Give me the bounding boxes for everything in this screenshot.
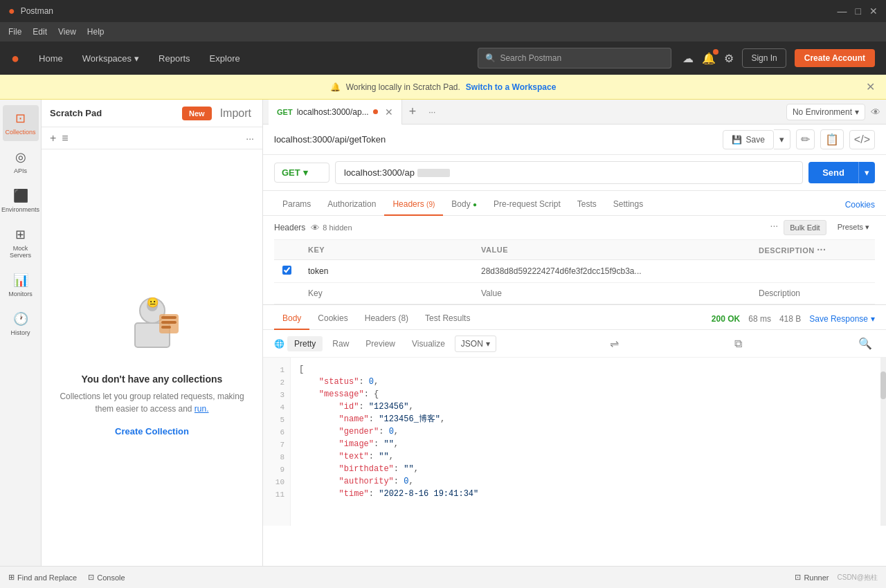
nav-reports[interactable]: Reports: [150, 49, 199, 68]
environment-selector[interactable]: No Environment ▾: [786, 104, 865, 120]
close-button[interactable]: ✕: [869, 6, 878, 17]
save-button[interactable]: 💾 Save: [723, 130, 774, 149]
env-eye-icon[interactable]: 👁: [871, 107, 880, 118]
tab-headers[interactable]: Headers (9): [384, 194, 443, 216]
send-dropdown-button[interactable]: ▾: [858, 162, 875, 183]
sidebar-item-mock-servers[interactable]: ⊞ Mock Servers: [3, 221, 39, 264]
sidebar-item-apis[interactable]: ◎ APIs: [3, 144, 39, 180]
docs-icon-button[interactable]: 📋: [820, 129, 844, 149]
headers-section: Headers 👁 8 hidden ··· Bulk Edit Presets…: [263, 216, 886, 304]
nav-home[interactable]: Home: [30, 49, 71, 68]
fmt-tab-visualize[interactable]: Visualize: [405, 336, 452, 351]
resp-tab-body[interactable]: Body: [274, 308, 309, 330]
method-selector[interactable]: GET ▾: [274, 163, 329, 183]
sidebar-more-icon[interactable]: ···: [246, 133, 254, 144]
save-response-button[interactable]: Save Response ▾: [809, 314, 875, 324]
new-tab-button[interactable]: +: [402, 104, 424, 119]
sidebar-item-collections[interactable]: ⊡ Collections: [3, 105, 39, 141]
word-wrap-icon[interactable]: ⇌: [607, 334, 622, 353]
menu-view[interactable]: View: [58, 27, 76, 37]
tab-tests[interactable]: Tests: [569, 194, 605, 216]
monitors-icon: 📊: [13, 273, 28, 288]
tab-authorization[interactable]: Authorization: [319, 194, 384, 216]
resp-tab-cookies[interactable]: Cookies: [309, 308, 356, 330]
format-chevron-icon: ▾: [486, 339, 490, 349]
header-value-token[interactable]: 28d38d8d592224274d6fe3f2dcc15f9cb3a...: [473, 260, 750, 283]
resp-tab-test-results[interactable]: Test Results: [417, 308, 478, 330]
tab-pre-request-script[interactable]: Pre-request Script: [485, 194, 569, 216]
save-icon: 💾: [732, 135, 742, 145]
sidebar-panel: Scratch Pad New Import + ≡ ··· 😐: [42, 100, 263, 566]
fmt-tab-raw[interactable]: Raw: [325, 336, 356, 351]
tab-body[interactable]: Body ●: [443, 194, 485, 216]
response-format-bar: 🌐 Pretty Raw Preview Visualize JSON ▾ ⇌ …: [263, 330, 886, 358]
request-header: localhost:3000/api/getToken 💾 Save ▾ ✏ 📋…: [263, 125, 886, 155]
send-button[interactable]: Send: [808, 162, 858, 183]
banner-close-button[interactable]: ✕: [866, 80, 875, 93]
fmt-tab-preview[interactable]: Preview: [359, 336, 402, 351]
header-checkbox[interactable]: [282, 266, 291, 275]
header-key-input[interactable]: [308, 288, 464, 298]
header-value-input[interactable]: [481, 288, 742, 298]
nav-explore[interactable]: Explore: [201, 49, 248, 68]
minimize-button[interactable]: —: [838, 6, 847, 17]
run-link[interactable]: run.: [195, 404, 209, 414]
sidebar-item-environments[interactable]: ⬛ Environments: [3, 183, 39, 219]
save-dropdown-button[interactable]: ▾: [774, 129, 790, 149]
header-key-empty[interactable]: [300, 283, 473, 304]
edit-icon-button[interactable]: ✏: [796, 129, 815, 149]
console-button[interactable]: ⊡ Console: [88, 573, 125, 582]
add-collection-icon[interactable]: +: [50, 132, 56, 145]
import-button[interactable]: Import: [217, 106, 254, 121]
header-key-token[interactable]: token: [300, 260, 473, 283]
menu-file[interactable]: File: [8, 27, 21, 37]
header-desc-more[interactable]: ···: [817, 244, 826, 255]
search-response-icon[interactable]: 🔍: [856, 334, 875, 353]
save-resp-chevron-icon: ▾: [871, 314, 875, 324]
search-bar[interactable]: 🔍 Search Postman: [478, 48, 671, 68]
nav-workspaces[interactable]: Workspaces ▾: [74, 49, 147, 68]
header-desc-input[interactable]: [759, 288, 867, 298]
settings-icon[interactable]: ⚙: [724, 52, 734, 65]
find-replace-button[interactable]: ⊞ Find and Replace: [8, 573, 77, 582]
format-type-selector[interactable]: JSON ▾: [455, 336, 496, 352]
sync-icon[interactable]: ☁: [682, 52, 694, 65]
bulk-edit-button[interactable]: Bulk Edit: [784, 220, 826, 235]
tab-settings[interactable]: Settings: [605, 194, 651, 216]
fmt-tab-pretty[interactable]: Pretty: [287, 336, 323, 351]
headers-more-button[interactable]: ···: [770, 220, 779, 235]
notifications-icon[interactable]: 🔔: [702, 52, 716, 65]
tab-get-request[interactable]: GET localhost:3000/ap... ✕: [269, 100, 402, 125]
url-input[interactable]: localhost:3000/ap████: [335, 161, 803, 184]
tab-close-button[interactable]: ✕: [385, 107, 393, 118]
scrollbar-thumb[interactable]: [880, 371, 886, 399]
runner-button[interactable]: ⊡ Runner: [795, 573, 829, 582]
menu-edit[interactable]: Edit: [33, 27, 47, 37]
tab-params[interactable]: Params: [274, 194, 319, 216]
menu-help[interactable]: Help: [87, 27, 105, 37]
header-desc-empty[interactable]: [750, 283, 875, 304]
mock-servers-icon: ⊞: [15, 227, 26, 242]
maximize-button[interactable]: □: [856, 6, 861, 17]
sidebar-item-history[interactable]: 🕐 History: [3, 306, 39, 342]
presets-button[interactable]: Presets ▾: [832, 220, 875, 235]
sidebar-item-monitors[interactable]: 📊 Monitors: [3, 267, 39, 303]
hidden-headers-toggle[interactable]: 👁 8 hidden: [311, 223, 352, 233]
header-value-empty[interactable]: [473, 283, 750, 304]
signin-button[interactable]: Sign In: [742, 48, 786, 68]
create-collection-link[interactable]: Create Collection: [115, 426, 189, 437]
banner-switch-link[interactable]: Switch to a Workspace: [466, 82, 556, 92]
resp-tab-headers[interactable]: Headers (8): [356, 308, 417, 330]
apis-icon: ◎: [15, 149, 26, 165]
header-desc-token[interactable]: [750, 260, 875, 283]
create-account-button[interactable]: Create Account: [795, 49, 875, 67]
scrollbar[interactable]: [880, 358, 886, 526]
filter-icon[interactable]: ≡: [62, 132, 68, 145]
empty-illustration: 😐: [111, 279, 194, 362]
new-button[interactable]: New: [182, 107, 212, 120]
cookies-link[interactable]: Cookies: [845, 194, 875, 215]
code-icon-button[interactable]: </>: [849, 130, 875, 149]
copy-icon[interactable]: ⧉: [732, 335, 745, 353]
tab-overflow-button[interactable]: ···: [423, 107, 441, 117]
header-row-empty: [274, 283, 875, 304]
